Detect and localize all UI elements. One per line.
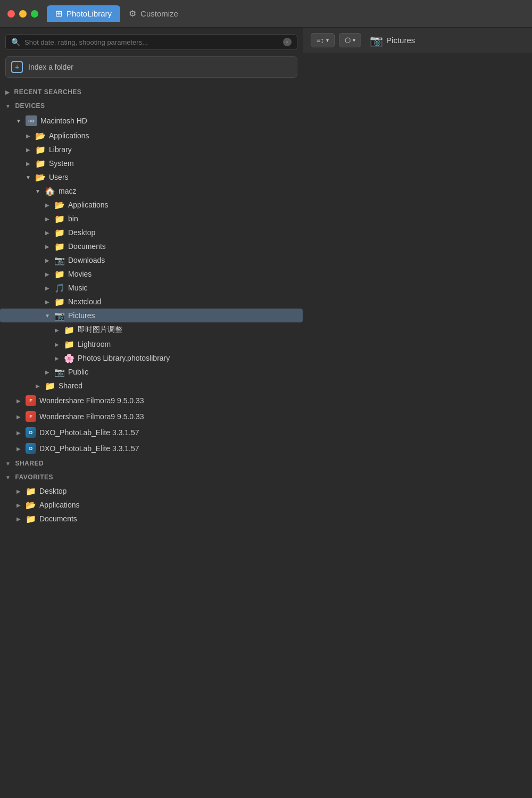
fav-documents-label: Documents [39, 514, 77, 523]
tab-photo-library[interactable]: ⊞ PhotoLibrary [47, 5, 120, 22]
movies-label: Movies [68, 270, 92, 278]
section-devices[interactable]: ▼ DEVICES [0, 99, 303, 113]
applications-user-arrow: ▶ [44, 202, 51, 208]
tree-item-macintosh-hd[interactable]: ▼ HD Macintosh HD [0, 113, 303, 129]
macintosh-hd-label: Macintosh HD [40, 117, 87, 125]
bin-folder-icon: 📁 [54, 214, 65, 223]
tree-item-desktop-user[interactable]: ▶ 📁 Desktop [0, 226, 303, 239]
fav-desktop-folder-icon: 📁 [26, 487, 36, 495]
index-folder-button[interactable]: + Index a folder [5, 56, 297, 78]
sort-button[interactable]: ≡↕ ▾ [311, 33, 335, 47]
sort-chevron: ▾ [326, 37, 329, 43]
downloads-folder-icon: 📷 [54, 256, 65, 264]
music-arrow: ▶ [44, 285, 51, 291]
search-icon: 🔍 [11, 38, 20, 46]
fav-desktop-arrow: ▶ [15, 488, 22, 494]
tree-item-fav-applications[interactable]: ▶ 📂 Applications [0, 498, 303, 512]
tree-item-applications-root[interactable]: ▶ 📂 Applications [0, 129, 303, 143]
maximize-button[interactable] [31, 10, 38, 18]
users-arrow: ▼ [24, 174, 32, 180]
photos-library-icon: 🌸 [64, 354, 74, 362]
add-folder-icon: + [11, 61, 23, 73]
sort-icon: ≡↕ [317, 36, 324, 44]
tree-item-documents[interactable]: ▶ 📁 Documents [0, 239, 303, 253]
tree-item-nextcloud[interactable]: ▶ 📁 Nextcloud [0, 295, 303, 309]
shared-section-arrow: ▼ [5, 461, 11, 467]
public-label: Public [68, 368, 88, 376]
tree-item-public[interactable]: ▶ 📷 Public [0, 365, 303, 379]
instant-photos-arrow: ▶ [53, 327, 61, 333]
tree-item-macz[interactable]: ▼ 🏠 macz [0, 184, 303, 198]
section-shared[interactable]: ▼ SHARED [0, 456, 303, 470]
breadcrumb: 📷 Pictures [370, 34, 415, 47]
tree-item-fav-documents[interactable]: ▶ 📁 Documents [0, 512, 303, 526]
applications-user-folder-icon: 📂 [54, 201, 65, 209]
system-arrow: ▶ [24, 161, 32, 167]
grid-icon: ⊞ [55, 9, 62, 19]
search-clear-button[interactable]: × [283, 38, 292, 46]
photos-library-arrow: ▶ [53, 355, 61, 361]
macz-arrow: ▼ [34, 188, 41, 194]
recent-searches-arrow: ▶ [5, 89, 10, 95]
title-bar: ⊞ PhotoLibrary ⚙ Customize [0, 0, 532, 28]
movies-arrow: ▶ [44, 271, 51, 277]
favorites-arrow: ▼ [5, 475, 11, 480]
documents-arrow: ▶ [44, 244, 51, 250]
tab-photo-library-label: PhotoLibrary [66, 9, 112, 18]
fav-documents-folder-icon: 📁 [26, 514, 36, 523]
tree-item-filmora1[interactable]: ▶ F Wondershare Filmora9 9.5.0.33 [0, 393, 303, 409]
tree-item-shared[interactable]: ▶ 📁 Shared [0, 379, 303, 393]
filter-button[interactable]: ⬡ ▾ [339, 33, 361, 47]
tree-item-dxo1[interactable]: ▶ D DXO_PhotoLab_Elite 3.3.1.57 [0, 425, 303, 440]
tree-item-dxo2[interactable]: ▶ D DXO_PhotoLab_Elite 3.3.1.57 [0, 440, 303, 456]
dxo1-arrow: ▶ [15, 430, 22, 436]
users-label: Users [49, 173, 69, 181]
nextcloud-arrow: ▶ [44, 299, 51, 305]
dxo1-label: DXO_PhotoLab_Elite 3.3.1.57 [39, 428, 139, 437]
tree-item-fav-desktop[interactable]: ▶ 📁 Desktop [0, 484, 303, 498]
tree-item-pictures[interactable]: ▼ 📷 Pictures [0, 309, 303, 322]
music-label: Music [68, 284, 88, 292]
nextcloud-label: Nextcloud [68, 297, 101, 306]
downloads-arrow: ▶ [44, 257, 51, 263]
public-arrow: ▶ [44, 369, 51, 375]
breadcrumb-label: Pictures [386, 36, 415, 45]
filmora2-arrow: ▶ [15, 414, 22, 420]
instant-photos-folder-icon: 📁 [64, 326, 74, 334]
breadcrumb-folder-icon: 📷 [370, 34, 383, 47]
filmora1-arrow: ▶ [15, 398, 22, 404]
section-favorites[interactable]: ▼ FAVORITES [0, 470, 303, 484]
downloads-label: Downloads [68, 256, 105, 264]
tree-item-downloads[interactable]: ▶ 📷 Downloads [0, 253, 303, 267]
bin-label: bin [68, 214, 78, 223]
tab-customize[interactable]: ⚙ Customize [120, 5, 187, 22]
tree-item-system[interactable]: ▶ 📁 System [0, 156, 303, 170]
tree-item-photos-library[interactable]: ▶ 🌸 Photos Library.photoslibrary [0, 351, 303, 365]
close-button[interactable] [7, 10, 15, 18]
tree-item-users[interactable]: ▼ 📂 Users [0, 170, 303, 184]
lightroom-folder-icon: 📁 [64, 340, 74, 348]
tree-item-filmora2[interactable]: ▶ F Wondershare Filmora9 9.5.0.33 [0, 409, 303, 425]
tree-item-applications-user[interactable]: ▶ 📂 Applications [0, 198, 303, 212]
tree-item-lightroom[interactable]: ▶ 📁 Lightroom [0, 337, 303, 351]
filmora1-icon: F [26, 395, 36, 406]
tree-item-music[interactable]: ▶ 🎵 Music [0, 281, 303, 295]
window-controls [7, 10, 38, 18]
search-input[interactable] [24, 38, 279, 46]
user-home-icon: 🏠 [45, 187, 55, 195]
fav-applications-folder-icon: 📂 [26, 501, 36, 509]
section-recent-searches[interactable]: ▶ RECENT SEARCHES [0, 85, 303, 99]
library-label: Library [49, 145, 72, 154]
minimize-button[interactable] [19, 10, 27, 18]
tree-item-instant-photos[interactable]: ▶ 📁 即时图片调整 [0, 322, 303, 337]
sidebar: 🔍 × + Index a folder ▶ RECENT SEARCHES ▼… [0, 28, 303, 798]
search-bar[interactable]: 🔍 × [5, 34, 297, 50]
tree-item-movies[interactable]: ▶ 📁 Movies [0, 267, 303, 281]
tree-item-library[interactable]: ▶ 📁 Library [0, 143, 303, 156]
shared-item-arrow: ▶ [34, 383, 41, 389]
fav-applications-label: Applications [39, 501, 80, 509]
tree-item-bin[interactable]: ▶ 📁 bin [0, 212, 303, 226]
favorites-label: FAVORITES [15, 473, 53, 481]
macz-label: macz [59, 187, 76, 195]
movies-folder-icon: 📁 [54, 270, 65, 278]
